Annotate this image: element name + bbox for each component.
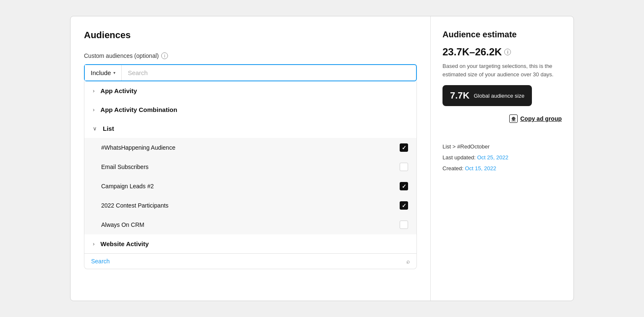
category-label: Website Activity (100, 240, 149, 247)
last-updated-label: Last updated: (442, 154, 476, 161)
chevron-down-icon: ∨ (93, 125, 97, 132)
list-item[interactable]: #WhatsHappening Audience (84, 138, 416, 157)
tooltip-label: Global audience size (474, 93, 524, 99)
list-item-name: #WhatsHappening Audience (101, 144, 175, 151)
estimate-description: Based on your targeting selections, this… (442, 62, 562, 78)
dropdown-list: › App Activity › App Activity Combinatio… (84, 81, 417, 269)
estimate-range: 23.7K–26.2K i (442, 46, 562, 58)
info-icon[interactable]: i (161, 52, 168, 59)
right-panel: Audience estimate 23.7K–26.2K i Based on… (431, 16, 573, 301)
search-input[interactable] (122, 65, 416, 81)
chevron-right-icon: › (93, 241, 94, 247)
list-item[interactable]: Email Subscribers (84, 157, 416, 177)
last-updated-value: Oct 25, 2022 (477, 154, 508, 161)
list-item[interactable]: Campaign Leads #2 (84, 177, 416, 196)
created-row: Created: Oct 15, 2022 (442, 163, 562, 174)
list-item-name: Campaign Leads #2 (101, 183, 154, 190)
copy-icon: ⊕ (509, 114, 518, 123)
created-value: Oct 15, 2022 (465, 165, 496, 171)
list-item[interactable]: 2022 Contest Participants (84, 196, 416, 215)
category-app-activity-combination[interactable]: › App Activity Combination (84, 100, 416, 119)
list-item-name: 2022 Contest Participants (101, 202, 168, 209)
copy-ad-group-label: Copy ad group (520, 115, 562, 122)
range-text: 23.7K–26.2K (442, 46, 502, 58)
audience-breadcrumb: List > #RedOctober (442, 141, 562, 152)
bottom-search-bar[interactable]: Search ⌕ (84, 253, 416, 269)
include-dropdown[interactable]: Include ▾ (85, 65, 122, 81)
custom-audiences-label: Custom audiences (optional) i (84, 52, 417, 59)
checkbox-whats-happening[interactable] (400, 143, 408, 152)
category-label: App Activity (100, 87, 137, 94)
list-items-container: #WhatsHappening Audience Email Subscribe… (84, 138, 416, 234)
include-label: Include (91, 69, 111, 76)
chevron-right-icon: › (93, 88, 94, 94)
estimate-info-icon[interactable]: i (504, 49, 511, 55)
search-row: Include ▾ (84, 64, 417, 81)
tooltip-number: 7.7K (450, 90, 469, 101)
chevron-down-icon: ▾ (113, 70, 115, 75)
left-panel: Audiences Custom audiences (optional) i … (71, 16, 431, 301)
category-app-activity[interactable]: › App Activity (84, 81, 416, 100)
list-item-name: Always On CRM (101, 221, 144, 228)
last-updated-row: Last updated: Oct 25, 2022 (442, 152, 562, 163)
audiences-title: Audiences (84, 30, 417, 41)
list-item[interactable]: Always On CRM (84, 215, 416, 234)
main-container: Audiences Custom audiences (optional) i … (70, 16, 574, 301)
chevron-right-icon: › (93, 107, 94, 113)
category-list[interactable]: ∨ List (84, 119, 416, 138)
category-label: App Activity Combination (100, 106, 177, 113)
checkbox-always-on-crm[interactable] (400, 221, 408, 229)
audience-info: List > #RedOctober Last updated: Oct 25,… (442, 141, 562, 174)
bottom-search-text: Search (91, 258, 110, 265)
list-item-name: Email Subscribers (101, 164, 149, 170)
checkbox-email-subscribers[interactable] (400, 163, 408, 171)
category-label: List (103, 125, 114, 132)
search-icon: ⌕ (406, 258, 410, 265)
category-website-activity[interactable]: › Website Activity (84, 234, 416, 253)
created-label: Created: (442, 165, 463, 171)
label-text: Custom audiences (optional) (84, 52, 159, 59)
checkbox-campaign-leads[interactable] (400, 182, 408, 190)
global-audience-tooltip: 7.7K Global audience size (442, 85, 532, 106)
copy-ad-group-button[interactable]: ⊕ Copy ad group (509, 114, 562, 123)
checkbox-contest-participants[interactable] (400, 201, 408, 210)
estimate-title: Audience estimate (442, 30, 562, 39)
